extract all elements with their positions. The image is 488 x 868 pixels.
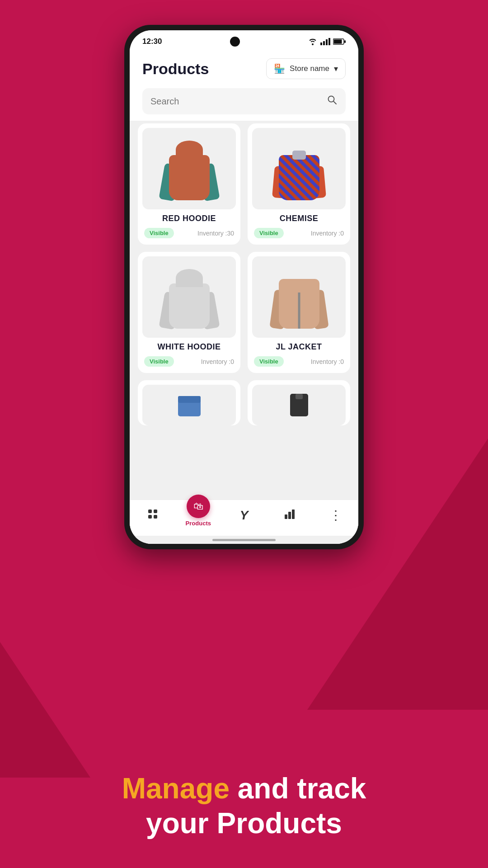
- svg-rect-18: [288, 512, 291, 519]
- status-icons: [308, 38, 346, 45]
- product-image-jl-jacket: [252, 256, 346, 338]
- partial-product-row: [138, 380, 350, 425]
- product-name-jl-jacket: JL JACKET: [252, 342, 346, 352]
- visible-badge-white-hoodie: Visible: [144, 356, 174, 367]
- store-name-label: Store name: [290, 64, 329, 73]
- home-bar: [212, 539, 276, 541]
- status-time: 12:30: [142, 37, 162, 46]
- product-meta-white-hoodie: Visible Inventory :0: [142, 356, 236, 367]
- tagline-highlight: Manage: [122, 772, 230, 805]
- jacket-tan-illustration: [270, 265, 328, 329]
- store-icon: 🏪: [274, 63, 285, 74]
- nav-item-products[interactable]: 🛍 Products: [180, 504, 216, 527]
- svg-rect-19: [292, 509, 295, 519]
- products-grid: RED HOODIE Visible Inventory :30: [130, 121, 358, 500]
- svg-rect-12: [296, 394, 303, 399]
- tagline-rest: and track: [230, 772, 366, 805]
- svg-rect-15: [148, 515, 152, 519]
- visible-badge-red-hoodie: Visible: [144, 228, 174, 238]
- product-name-chemise: CHEMISE: [252, 214, 346, 223]
- inventory-chemise: Inventory :0: [311, 230, 344, 237]
- more-icon: ⋮: [329, 508, 341, 523]
- signal-icon: [320, 38, 330, 45]
- app-content: Products 🏪 Store name ▾: [130, 50, 358, 544]
- search-input[interactable]: [150, 96, 321, 107]
- wifi-icon: [308, 38, 318, 45]
- tagline-section: Manage and track your Products: [0, 771, 488, 841]
- page-title: Products: [142, 60, 209, 78]
- svg-rect-9: [178, 401, 201, 416]
- phone-shell: 12:30: [124, 25, 364, 549]
- phone-screen: 12:30: [130, 30, 358, 544]
- visible-badge-jl-jacket: Visible: [254, 356, 284, 367]
- search-icon: [327, 94, 338, 108]
- product-image-chemise: [252, 128, 346, 209]
- status-bar: 12:30: [130, 30, 358, 50]
- partial-image-1: [142, 385, 236, 425]
- product-grid-container: RED HOODIE Visible Inventory :30: [138, 123, 350, 373]
- store-selector[interactable]: 🏪 Store name ▾: [266, 58, 346, 79]
- svg-rect-16: [154, 515, 157, 519]
- header: Products 🏪 Store name ▾: [130, 50, 358, 85]
- products-nav-label: Products: [186, 520, 211, 527]
- search-bar[interactable]: [142, 88, 346, 114]
- svg-rect-2: [326, 39, 328, 45]
- partial-card-2[interactable]: [248, 380, 350, 425]
- nav-item-home[interactable]: [135, 508, 171, 523]
- product-meta-red-hoodie: Visible Inventory :30: [142, 228, 236, 238]
- product-card-chemise[interactable]: CHEMISE Visible Inventory :0: [248, 123, 350, 245]
- inventory-white-hoodie: Inventory :0: [201, 358, 234, 365]
- inventory-red-hoodie: Inventory :30: [197, 230, 234, 237]
- partial-image-2: [252, 385, 346, 425]
- nav-item-analytics[interactable]: [272, 508, 308, 523]
- home-icon: [147, 508, 159, 523]
- nav-item-yotpo[interactable]: Y: [226, 508, 262, 523]
- chevron-down-icon: ▾: [334, 64, 338, 74]
- svg-rect-0: [320, 42, 322, 45]
- product-image-red-hoodie: [142, 128, 236, 209]
- svg-line-8: [333, 101, 336, 104]
- visible-badge-chemise: Visible: [254, 228, 284, 238]
- svg-rect-5: [333, 40, 342, 44]
- products-nav-bubble: 🛍: [187, 495, 210, 518]
- svg-rect-10: [178, 396, 201, 403]
- product-name-red-hoodie: RED HOODIE: [142, 214, 236, 223]
- product-card-white-hoodie[interactable]: WHITE HOODIE Visible Inventory :0: [138, 252, 240, 373]
- analytics-icon: [284, 508, 296, 523]
- hoodie-white-illustration: [160, 265, 219, 329]
- product-card-jl-jacket[interactable]: JL JACKET Visible Inventory :0: [248, 252, 350, 373]
- svg-rect-14: [154, 509, 157, 513]
- product-meta-jl-jacket: Visible Inventory :0: [252, 356, 346, 367]
- svg-rect-1: [323, 41, 325, 45]
- product-image-white-hoodie: [142, 256, 236, 338]
- tagline-line2: your Products: [146, 807, 342, 840]
- product-meta-chemise: Visible Inventory :0: [252, 228, 346, 238]
- search-container: [130, 85, 358, 121]
- svg-rect-17: [285, 514, 287, 519]
- svg-rect-6: [344, 40, 346, 43]
- svg-rect-13: [148, 509, 152, 513]
- camera-notch: [230, 37, 240, 47]
- home-indicator: [130, 536, 358, 544]
- bg-shape-left: [0, 642, 90, 778]
- shirt-plaid-illustration: [270, 137, 328, 200]
- product-name-white-hoodie: WHITE HOODIE: [142, 342, 236, 352]
- battery-icon: [333, 38, 346, 45]
- yotpo-icon: Y: [240, 508, 249, 523]
- nav-item-more[interactable]: ⋮: [317, 508, 353, 523]
- products-icon: 🛍: [193, 500, 203, 512]
- partial-card-1[interactable]: [138, 380, 240, 425]
- product-card-red-hoodie[interactable]: RED HOODIE Visible Inventory :30: [138, 123, 240, 245]
- hoodie-red-illustration: [160, 137, 219, 200]
- svg-rect-3: [328, 38, 330, 45]
- inventory-jl-jacket: Inventory :0: [311, 358, 344, 365]
- tagline-text: Manage and track your Products: [0, 771, 488, 841]
- bottom-nav: 🛍 Products Y: [130, 500, 358, 536]
